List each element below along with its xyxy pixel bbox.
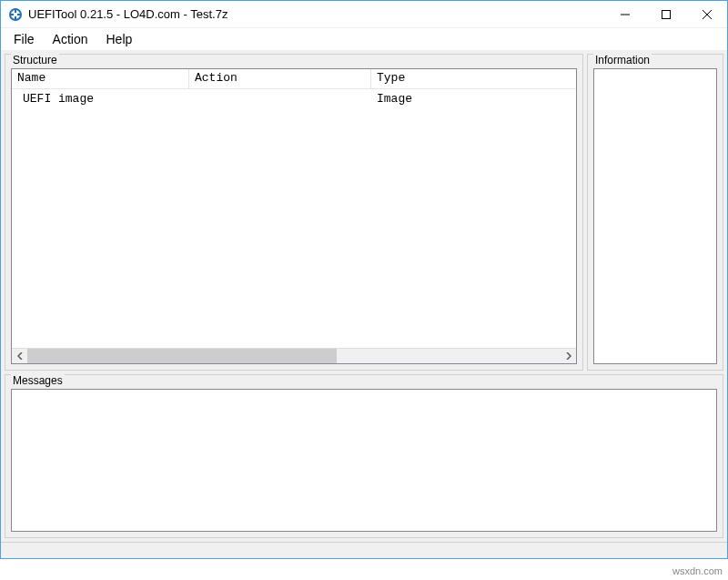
app-window: UEFITool 0.21.5 - LO4D.com - Test.7z Fil… — [0, 0, 728, 559]
scroll-thumb[interactable] — [27, 349, 337, 363]
tree-row[interactable]: UEFI image Image — [12, 89, 576, 107]
top-row: Structure Name Action Type UEFI image Im… — [5, 54, 723, 371]
menu-help[interactable]: Help — [96, 30, 141, 48]
information-panel: Information — [587, 54, 723, 371]
structure-label: Structure — [11, 54, 59, 66]
svg-rect-2 — [15, 16, 16, 20]
titlebar[interactable]: UEFITool 0.21.5 - LO4D.com - Test.7z — [1, 1, 727, 28]
col-header-name[interactable]: Name — [12, 69, 189, 88]
menu-file[interactable]: File — [5, 30, 44, 48]
maximize-icon — [662, 10, 671, 19]
tree-header: Name Action Type — [12, 69, 576, 89]
information-content[interactable] — [593, 68, 717, 364]
messages-label: Messages — [11, 374, 65, 387]
structure-tree[interactable]: Name Action Type UEFI image Image — [11, 68, 577, 364]
svg-rect-6 — [662, 10, 670, 18]
watermark: wsxdn.com — [672, 565, 723, 576]
svg-rect-4 — [17, 14, 21, 15]
tree-cell-name: UEFI image — [12, 92, 189, 106]
menu-action[interactable]: Action — [44, 30, 97, 48]
menubar: File Action Help — [1, 28, 727, 50]
window-title: UEFITool 0.21.5 - LO4D.com - Test.7z — [28, 7, 604, 21]
chevron-left-icon — [17, 352, 23, 360]
statusbar — [1, 542, 727, 558]
minimize-icon — [621, 10, 630, 19]
minimize-button[interactable] — [604, 1, 645, 27]
window-controls — [604, 1, 727, 27]
horizontal-scrollbar[interactable] — [12, 348, 576, 363]
tree-body[interactable]: UEFI image Image — [12, 89, 576, 348]
chevron-right-icon — [566, 352, 571, 360]
structure-panel: Structure Name Action Type UEFI image Im… — [5, 54, 583, 371]
scroll-left-arrow[interactable] — [12, 349, 27, 364]
close-button[interactable] — [686, 1, 727, 27]
messages-content[interactable] — [11, 389, 717, 532]
maximize-button[interactable] — [645, 1, 686, 27]
svg-rect-3 — [10, 14, 14, 15]
scroll-track[interactable] — [27, 349, 561, 363]
messages-panel: Messages — [5, 374, 723, 538]
close-icon — [703, 10, 712, 19]
col-header-type[interactable]: Type — [371, 69, 576, 88]
information-label: Information — [593, 54, 652, 66]
col-header-action[interactable]: Action — [189, 69, 371, 88]
client-area: Structure Name Action Type UEFI image Im… — [1, 50, 727, 542]
scroll-right-arrow[interactable] — [561, 349, 576, 364]
app-icon — [8, 7, 23, 22]
tree-cell-type: Image — [371, 92, 576, 106]
svg-rect-1 — [15, 9, 16, 13]
